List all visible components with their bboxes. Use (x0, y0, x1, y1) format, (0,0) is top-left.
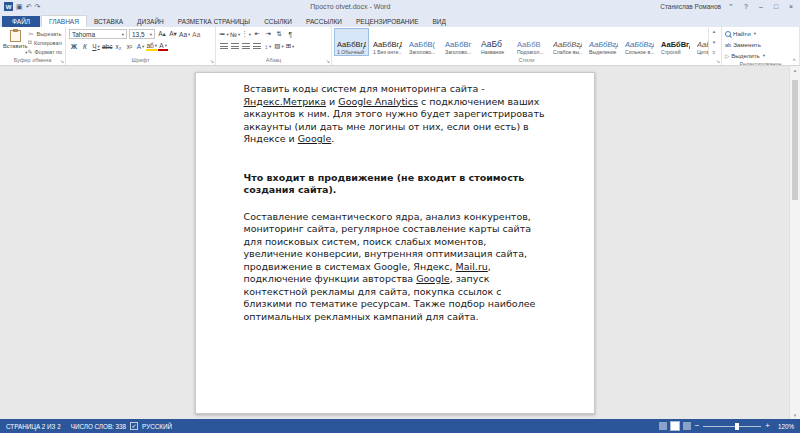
line-spacing-button[interactable]: ↕▾ (263, 41, 273, 51)
shading-button[interactable]: ▨▾ (274, 41, 284, 51)
collapse-ribbon-icon[interactable]: ˄ (792, 57, 796, 63)
font-dialog-launcher-icon[interactable]: ↘ (210, 59, 214, 64)
read-mode-icon[interactable] (659, 422, 667, 430)
zoom-slider[interactable] (703, 426, 761, 427)
tab-ссылки[interactable]: ССЫЛКИ (257, 16, 299, 27)
scrollbar-thumb[interactable] (792, 80, 798, 200)
bold-button[interactable]: Ж (69, 41, 79, 51)
style-item[interactable]: АаБбВгЗаголово... (442, 28, 477, 56)
help-icon[interactable]: ? (741, 3, 751, 10)
change-case-button[interactable]: Аа▾ (179, 29, 190, 39)
font-color-button[interactable]: А▾ (158, 41, 168, 51)
select-button[interactable]: ▷ Выделить ▾ (725, 51, 796, 60)
paragraph[interactable]: Что входит в продвижение (не входит в ст… (244, 172, 546, 197)
style-item[interactable]: АаБбВгД1 Без инте... (370, 28, 405, 56)
tab-главная[interactable]: ГЛАВНАЯ (41, 15, 87, 27)
increase-indent-button[interactable]: ⇥ (263, 29, 273, 39)
print-layout-icon[interactable] (671, 422, 679, 430)
font-size-select[interactable]: 13,5 ▾ (129, 29, 155, 39)
borders-button[interactable]: ⊞▾ (285, 41, 295, 51)
style-item[interactable]: АаБбВгДЦитата 2 (694, 28, 708, 56)
font-size-dropdown-icon[interactable]: ▾ (150, 32, 152, 37)
zoom-slider-thumb[interactable] (735, 423, 739, 430)
language-indicator[interactable]: РУССКИЙ (142, 423, 172, 430)
align-justify-button[interactable] (252, 41, 262, 51)
bullets-button[interactable]: ≔▾ (219, 29, 229, 39)
tab-рассылки[interactable]: РАССЫЛКИ (299, 16, 349, 27)
save-icon[interactable]: ▣ (16, 2, 23, 11)
paragraph[interactable]: Вставить коды систем для мониторинга сай… (244, 83, 546, 146)
align-right-button[interactable] (241, 41, 251, 51)
scroll-down-icon[interactable]: ▾ (790, 412, 800, 418)
style-item[interactable]: АаБбВ(Заголово... (406, 28, 441, 56)
paragraph[interactable]: Составление семантического ядра, анализ … (244, 211, 546, 324)
sort-button[interactable]: ⇅ (274, 29, 284, 39)
zoom-in-icon[interactable]: + (765, 422, 770, 430)
multilevel-list-button[interactable]: ⋮▾ (241, 29, 251, 39)
style-item[interactable]: АаБбВгДСильное в... (622, 28, 657, 56)
select-dropdown-icon[interactable]: ▾ (763, 53, 765, 58)
cut-button[interactable]: ✂ Вырезать (28, 30, 62, 38)
document-page[interactable]: Вставить коды систем для мониторинга сай… (195, 72, 595, 414)
word-logo-icon[interactable]: W (4, 2, 13, 11)
vertical-scrollbar[interactable]: ▴ ▾ (789, 66, 800, 419)
close-icon[interactable]: × (786, 3, 796, 10)
shrink-font-button[interactable]: А▾ (168, 29, 178, 39)
tab-разметка-страницы[interactable]: РАЗМЕТКА СТРАНИЦЫ (171, 16, 257, 27)
style-item[interactable]: АаБбВгДСтрогий (658, 28, 693, 56)
align-left-button[interactable] (219, 41, 229, 51)
zoom-out-icon[interactable]: − (695, 422, 700, 430)
style-item[interactable]: АаБбВПодзагол... (514, 28, 549, 56)
gallery-down-icon[interactable]: ▾ (713, 40, 716, 45)
ribbon-display-options-icon[interactable]: ⌃ (726, 3, 736, 11)
paste-icon (10, 30, 21, 42)
underline-button[interactable]: Ч▾ (91, 41, 101, 51)
find-dropdown-icon[interactable]: ▾ (754, 31, 756, 36)
strikethrough-button[interactable]: abc (102, 41, 112, 51)
tab-дизайн[interactable]: ДИЗАЙН (130, 16, 171, 27)
maximize-icon[interactable]: □ (771, 3, 781, 10)
clipboard-dialog-launcher-icon[interactable]: ↘ (60, 59, 64, 64)
styles-dialog-launcher-icon[interactable]: ↘ (716, 59, 720, 64)
replace-button[interactable]: ab Заменить (725, 40, 796, 49)
gallery-more-icon[interactable]: ≡ (713, 50, 716, 55)
paragraph-dialog-launcher-icon[interactable]: ↘ (326, 59, 330, 64)
page-indicator[interactable]: СТРАНИЦА 2 ИЗ 2 (6, 423, 61, 430)
word-count[interactable]: ЧИСЛО СЛОВ: 338 (71, 423, 126, 430)
gallery-up-icon[interactable]: ▴ (713, 29, 716, 34)
subscript-button[interactable]: x₂ (113, 41, 123, 51)
style-item[interactable]: АаБбНазвание (478, 28, 513, 56)
style-item[interactable]: АаБбВгДСлабое вы... (550, 28, 585, 56)
format-painter-button[interactable]: ✎ Формат по образцу (28, 48, 62, 56)
minimize-icon[interactable]: – (756, 3, 766, 10)
text-run: Что входит в продвижение (не входит в ст… (244, 172, 525, 196)
tab-вставка[interactable]: ВСТАВКА (87, 16, 130, 27)
tab-файл[interactable]: ФАЙЛ (2, 16, 40, 27)
web-layout-icon[interactable] (683, 422, 691, 430)
zoom-level[interactable]: 120% (774, 423, 794, 430)
scroll-up-icon[interactable]: ▴ (790, 67, 800, 73)
font-name-dropdown-icon[interactable]: ▾ (122, 32, 124, 37)
tab-рецензирование[interactable]: РЕЦЕНЗИРОВАНИЕ (349, 16, 426, 27)
font-name-select[interactable]: Tahoma ▾ (69, 29, 127, 39)
italic-button[interactable]: К (80, 41, 90, 51)
text-effects-button[interactable]: А▾ (135, 41, 145, 51)
style-item[interactable]: АаБбВгД1 Обычный (334, 28, 369, 56)
numbering-button[interactable]: №▾ (230, 29, 240, 39)
find-button[interactable]: Найти ▾ (725, 29, 796, 38)
pilcrow-button[interactable]: ¶ (285, 29, 295, 39)
decrease-indent-button[interactable]: ⇤ (252, 29, 262, 39)
align-center-button[interactable] (230, 41, 240, 51)
copy-button[interactable]: ⧉ Копировать (28, 39, 62, 47)
document-area[interactable]: Вставить коды систем для мониторинга сай… (0, 66, 789, 419)
grow-font-button[interactable]: А▴ (157, 29, 167, 39)
user-name[interactable]: Станислав Романов (660, 3, 721, 10)
superscript-button[interactable]: x² (124, 41, 134, 51)
paste-button[interactable]: Вставить ▾ (3, 29, 28, 56)
clear-format-button[interactable]: Аа (191, 29, 201, 39)
highlight-button[interactable]: аб▾ (146, 41, 157, 51)
spellcheck-icon[interactable]: ✓ (130, 422, 138, 430)
undo-icon[interactable]: ↶ (26, 2, 32, 11)
style-item[interactable]: АаБбВгДВыделение (586, 28, 621, 56)
tab-вид[interactable]: ВИД (425, 16, 452, 27)
